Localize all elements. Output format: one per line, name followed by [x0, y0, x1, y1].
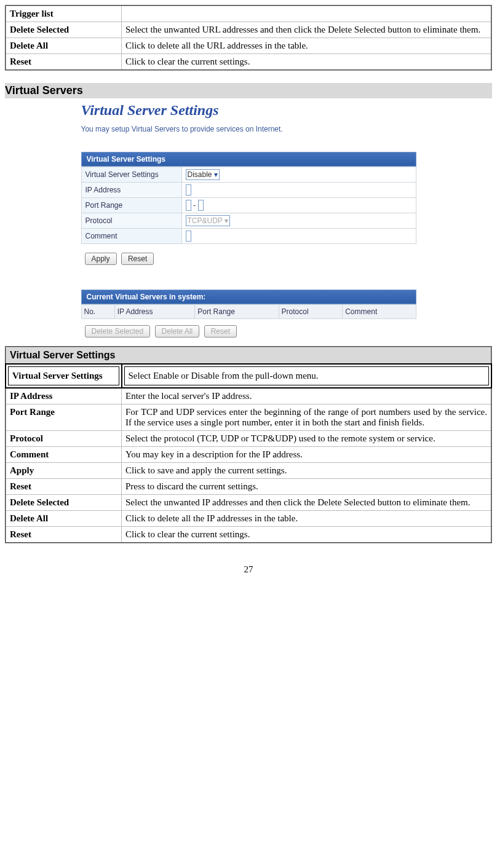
row-label-ip: IP Address	[81, 183, 181, 198]
reset-list-button[interactable]: Reset	[204, 325, 237, 337]
row-delete-all-label: Delete All	[6, 38, 122, 54]
row-desc-port2: For TCP and UDP services enter the begin…	[122, 404, 492, 431]
row-label-reset3: Reset	[6, 527, 122, 543]
row-desc-vss2: Select Enable or Disable from the pull-d…	[124, 366, 490, 385]
row-field-port: -	[181, 198, 416, 213]
panel-header-current: Current Virtual Servers in system:	[81, 290, 416, 304]
ip-address-input[interactable]	[186, 184, 191, 195]
row-desc-delsel2: Select the unwanted IP addresses and the…	[122, 495, 492, 511]
row-label-comment: Comment	[81, 229, 181, 244]
row-desc-reset3: Click to clear the current settings.	[122, 527, 492, 543]
page-number: 27	[5, 564, 492, 575]
row-field-vss: Disable ▾	[181, 167, 416, 183]
boxed-desc-cell: Select Enable or Disable from the pull-d…	[122, 364, 492, 388]
row-field-comment	[181, 229, 416, 244]
row-label-ip2: IP Address	[6, 388, 122, 404]
row-field-ip	[181, 183, 416, 198]
row-label-apply2: Apply	[6, 463, 122, 479]
port-range-separator: -	[193, 201, 196, 210]
row-desc-protocol2: Select the protocol (TCP, UDP or TCP&UDP…	[122, 431, 492, 447]
row-label-port2: Port Range	[6, 404, 122, 431]
row-desc-reset2: Press to discard the current settings.	[122, 479, 492, 495]
port-range-start-input[interactable]	[186, 200, 191, 211]
vs-table-header: Virtual Server Settings	[6, 347, 491, 364]
row-label-delsel2: Delete Selected	[6, 495, 122, 511]
chevron-down-icon: ▾	[214, 170, 218, 179]
apply-button[interactable]: Apply	[85, 253, 117, 265]
boxed-label-cell: Virtual Server Settings	[6, 364, 122, 388]
row-reset-label: Reset	[6, 54, 122, 71]
row-desc-comment2: You may key in a description for the IP …	[122, 447, 492, 463]
chevron-down-icon: ▾	[225, 216, 228, 225]
col-ip: IP Address	[114, 305, 195, 319]
row-desc-apply2: Click to save and apply the current sett…	[122, 463, 492, 479]
trigger-list-table: Trigger list Delete Selected Select the …	[5, 5, 492, 71]
row-trigger-list-desc	[122, 6, 492, 22]
screenshot-caption: You may setup Virtual Servers to provide…	[81, 125, 416, 133]
virtual-server-settings-dropdown[interactable]: Disable ▾	[186, 169, 220, 180]
row-desc-delall2: Click to delete all the IP addresses in …	[122, 511, 492, 527]
row-delete-selected-label: Delete Selected	[6, 22, 122, 38]
protocol-dropdown[interactable]: TCP&UDP ▾	[186, 215, 230, 226]
delete-all-button[interactable]: Delete All	[155, 325, 200, 337]
settings-panel-table: Virtual Server Settings Disable ▾ IP Add…	[81, 167, 416, 244]
row-field-protocol: TCP&UDP ▾	[181, 213, 416, 229]
screenshot-container: Virtual Server Settings You may setup Vi…	[5, 102, 492, 337]
port-range-end-input[interactable]	[198, 200, 204, 211]
row-label-comment2: Comment	[6, 447, 122, 463]
reset-button[interactable]: Reset	[121, 253, 154, 265]
row-label-reset2: Reset	[6, 479, 122, 495]
row-label-vss: Virtual Server Settings	[81, 167, 181, 183]
row-delete-selected-desc: Select the unwanted URL addresses and th…	[122, 22, 492, 38]
col-port: Port Range	[195, 305, 279, 319]
current-servers-table: No. IP Address Port Range Protocol Comme…	[81, 304, 416, 319]
row-label-vss2: Virtual Server Settings	[8, 366, 119, 385]
row-reset-desc: Click to clear the current settings.	[122, 54, 492, 71]
row-label-protocol2: Protocol	[6, 431, 122, 447]
section-title-virtual-servers: Virtual Servers	[5, 83, 492, 98]
col-comment: Comment	[343, 305, 416, 319]
virtual-server-settings-desc-table: Virtual Server Settings Virtual Server S…	[5, 346, 492, 543]
row-label-delall2: Delete All	[6, 511, 122, 527]
col-protocol: Protocol	[279, 305, 343, 319]
row-delete-all-desc: Click to delete all the URL addresses in…	[122, 38, 492, 54]
row-label-protocol: Protocol	[81, 213, 181, 229]
delete-selected-button[interactable]: Delete Selected	[85, 325, 151, 337]
panel-header-settings: Virtual Server Settings	[81, 152, 416, 167]
row-desc-ip2: Enter the local server's IP address.	[122, 388, 492, 404]
virtual-server-settings-screenshot: Virtual Server Settings You may setup Vi…	[81, 102, 416, 337]
row-label-port: Port Range	[81, 198, 181, 213]
row-trigger-list-label: Trigger list	[6, 6, 122, 22]
screenshot-title: Virtual Server Settings	[81, 102, 416, 119]
col-no: No.	[81, 305, 114, 319]
comment-input[interactable]	[186, 231, 191, 242]
